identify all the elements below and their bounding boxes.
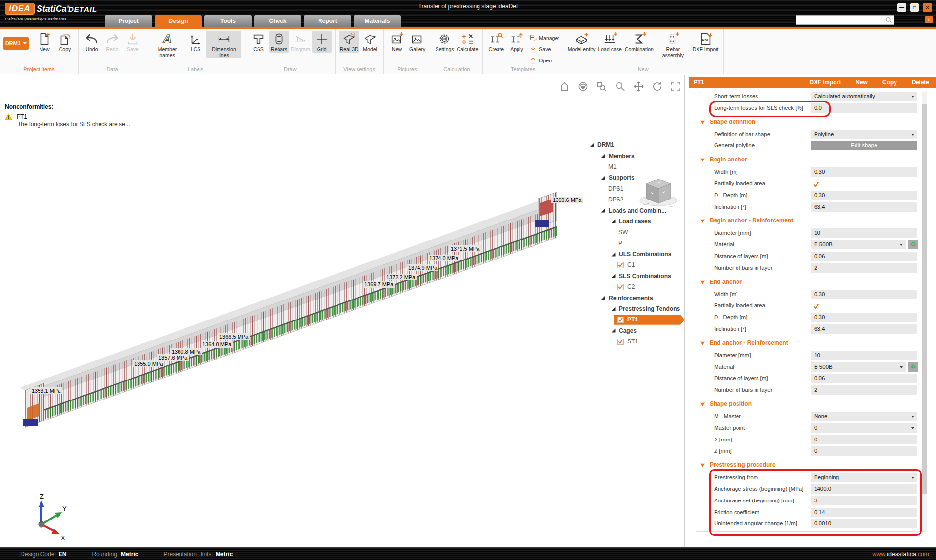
expander-icon[interactable] (611, 219, 616, 223)
create-button[interactable]: Create (486, 31, 506, 53)
gallery-button[interactable]: Gallery (408, 31, 427, 53)
section-end-anchor-reinforcement[interactable]: End anchor - Reinforcement (700, 339, 788, 347)
property-dropdown[interactable]: 0 (811, 423, 917, 433)
copy-button[interactable]: Copy (882, 79, 897, 86)
property-value-field[interactable]: 3 (811, 496, 917, 505)
tree-item-pt1[interactable]: PT1 (580, 314, 685, 325)
property-value-field[interactable]: 0.0 (811, 103, 917, 113)
search-input[interactable] (796, 17, 885, 23)
tab-check[interactable]: Check (254, 15, 301, 27)
load-case-button[interactable]: Load case (597, 31, 622, 53)
lcs-button[interactable]: LCS (186, 31, 205, 53)
tree-item-uls-combinations[interactable]: ULS Combinations (580, 249, 685, 260)
property-value-field[interactable]: 0 (811, 446, 917, 456)
tab-report[interactable]: Report (304, 15, 351, 27)
pan-icon[interactable] (633, 81, 644, 92)
tree-item-load-cases[interactable]: Load cases (580, 216, 685, 227)
new-button[interactable]: New (387, 31, 407, 53)
zoom-icon[interactable] (615, 81, 626, 92)
swap-material-button[interactable]: ♻ (908, 240, 918, 249)
new-button[interactable]: New (856, 79, 868, 86)
property-dropdown[interactable]: Calculated automatically (811, 92, 917, 101)
expander-icon[interactable] (601, 176, 605, 180)
new-button[interactable]: New (35, 31, 54, 53)
close-button[interactable]: ✕ (923, 3, 932, 12)
checkbox[interactable] (617, 262, 624, 268)
tree-item-p[interactable]: P (580, 238, 685, 249)
section-begin-anchor-reinforcement[interactable]: Begin anchor - Reinforcement (700, 217, 793, 224)
checkbox[interactable] (617, 317, 624, 323)
tree-item-members[interactable]: Members (580, 150, 685, 161)
property-dropdown[interactable]: B 500B (811, 362, 906, 372)
property-value-field[interactable]: 1400.0 (811, 484, 917, 494)
tree-item-dps1[interactable]: DPS1 (580, 183, 685, 194)
tab-project[interactable]: Project (105, 15, 152, 27)
combination-button[interactable]: Combination (624, 31, 655, 53)
tree-item-loads-and-combin[interactable]: Loads and Combin... (580, 205, 685, 216)
tree-item-supports[interactable]: Supports (580, 172, 685, 183)
delete-button[interactable]: Delete (912, 79, 929, 86)
edit-shape-button[interactable]: Edit shape (811, 141, 917, 150)
checkbox[interactable] (813, 180, 819, 189)
tree-item-c1[interactable]: C1 (580, 260, 685, 270)
project-item-select[interactable]: DRM1 (3, 37, 29, 50)
scrollbar-thumb[interactable] (922, 104, 927, 494)
model-button[interactable]: Model (360, 31, 380, 53)
grid-button[interactable]: Grid (312, 31, 332, 53)
member-names-button[interactable]: AMember names (150, 31, 185, 58)
section-end-anchor[interactable]: End anchor (700, 278, 742, 286)
website-link[interactable]: www.ideastatica.com (872, 548, 929, 560)
open-button[interactable]: Open (529, 55, 559, 66)
tree-item-dps2[interactable]: DPS2 (580, 194, 685, 205)
tree-item-m1[interactable]: M1 (580, 161, 685, 172)
zoom-window-icon[interactable] (596, 81, 607, 92)
rebar-assembly-button[interactable]: Rebar assembly (656, 31, 691, 58)
property-value-field[interactable]: 0.0010 (811, 519, 917, 528)
expander-icon[interactable] (601, 154, 605, 158)
property-value-field[interactable]: 0.30 (811, 167, 917, 177)
property-dropdown[interactable]: Beginning (811, 473, 917, 482)
property-value-field[interactable]: 0.06 (811, 374, 917, 383)
property-value-field[interactable]: 0 (811, 435, 917, 444)
apply-button[interactable]: Apply (507, 31, 526, 53)
dxf-import-button[interactable]: DXF Import (810, 79, 841, 86)
tree-item-prestressing-tendons[interactable]: Prestressing Tendons (580, 303, 685, 314)
info-button[interactable]: i (925, 16, 933, 23)
tree-item-reinforcements[interactable]: Reinforcements (580, 292, 685, 303)
property-dropdown[interactable]: B 500B (811, 240, 906, 249)
property-value-field[interactable]: 10 (811, 351, 917, 360)
property-value-field[interactable]: 63.4 (811, 202, 917, 212)
tab-design[interactable]: Design (155, 15, 202, 27)
tab-materials[interactable]: Materials (354, 15, 401, 27)
expander-icon[interactable] (601, 208, 605, 213)
property-dropdown[interactable]: None (811, 412, 917, 421)
expander-icon[interactable] (590, 143, 594, 147)
property-value-field[interactable]: 0.30 (811, 290, 917, 299)
property-value-field[interactable]: 0.14 (811, 508, 917, 517)
dimension-lines-button[interactable]: Dimension lines (206, 31, 241, 58)
section-shape-position[interactable]: Shape position (700, 400, 752, 408)
tree-item-drm1[interactable]: DRM1 (580, 140, 685, 150)
expander-icon[interactable] (601, 296, 605, 300)
nonconformity-item[interactable]: PT1 (17, 113, 27, 120)
property-value-field[interactable]: 10 (811, 228, 917, 238)
undo-button[interactable]: Undo (82, 31, 101, 53)
property-value-field[interactable]: 0.06 (811, 252, 917, 261)
css-button[interactable]: CSS (249, 31, 268, 53)
swap-material-button[interactable]: ♻ (908, 362, 918, 372)
property-value-field[interactable]: 2 (811, 263, 917, 273)
calculate-button[interactable]: Calculate (456, 31, 479, 53)
property-value-field[interactable]: 0.30 (811, 313, 917, 322)
tab-tools[interactable]: Tools (204, 15, 252, 27)
expander-icon[interactable] (611, 328, 616, 333)
expander-icon[interactable] (611, 274, 616, 278)
minimize-button[interactable]: — (897, 3, 906, 12)
home-icon[interactable] (559, 81, 570, 92)
property-dropdown[interactable]: Polyline (811, 130, 917, 139)
section-begin-anchor[interactable]: Begin anchor (700, 156, 747, 163)
save-button[interactable]: Save (529, 43, 559, 55)
real-3d-button[interactable]: Real 3D (339, 31, 359, 53)
manager-button[interactable]: Manager (529, 32, 559, 43)
property-value-field[interactable]: 0.30 (811, 191, 917, 200)
tree-item-st1[interactable]: ST1 (580, 336, 685, 347)
